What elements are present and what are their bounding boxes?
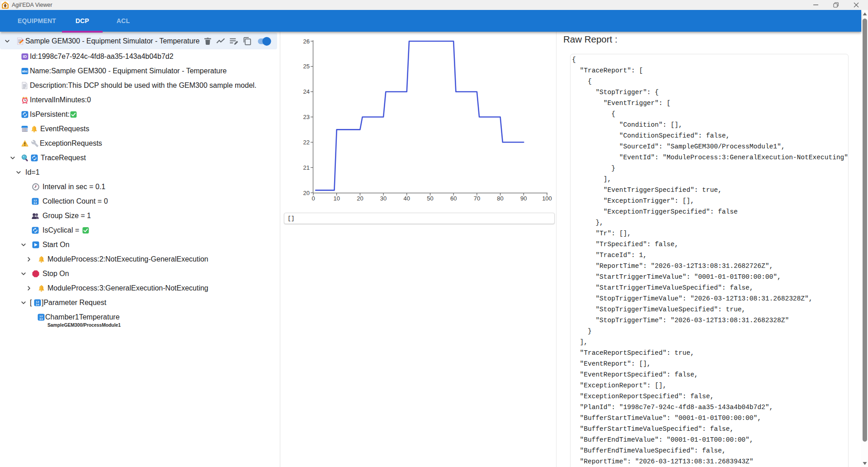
svg-text:60: 60: [450, 195, 457, 202]
svg-text:23: 23: [303, 114, 310, 120]
svg-text:20: 20: [357, 195, 363, 202]
svg-text:80: 80: [497, 195, 503, 202]
svg-text:34: 34: [36, 302, 39, 305]
svg-text:40: 40: [404, 195, 410, 202]
svg-text:abc: abc: [22, 69, 28, 73]
svg-text:10: 10: [333, 195, 340, 202]
svg-text:20: 20: [303, 190, 310, 196]
svg-text:70: 70: [474, 195, 480, 202]
svg-text:50: 50: [427, 195, 433, 202]
svg-text:21: 21: [303, 164, 310, 171]
svg-text:25: 25: [303, 63, 310, 70]
svg-text:34: 34: [39, 317, 43, 320]
svg-text:30: 30: [380, 195, 387, 202]
svg-text:100: 100: [542, 195, 552, 202]
svg-text:90: 90: [520, 195, 527, 202]
svg-text:24: 24: [303, 88, 310, 95]
svg-text:22: 22: [303, 139, 310, 146]
svg-text:0: 0: [311, 195, 315, 202]
svg-text:34: 34: [33, 201, 37, 204]
svg-text:26: 26: [303, 38, 310, 45]
svg-text:ID: ID: [23, 54, 27, 59]
